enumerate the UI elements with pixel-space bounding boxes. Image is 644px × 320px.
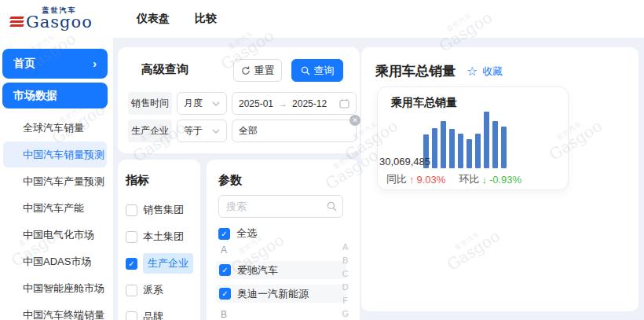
checkbox[interactable]: ✓ [126, 285, 137, 296]
letter-header: A [221, 245, 346, 256]
tab-compare[interactable]: 比较 [195, 12, 217, 26]
bar [432, 128, 437, 168]
sidebar-item-label: 中国ADAS市场 [23, 255, 91, 269]
indicators-title: 指标 [126, 173, 149, 188]
rail-letter[interactable]: C [342, 270, 349, 278]
search-icon [301, 66, 310, 75]
date-start-value: 2025-01 [239, 98, 273, 109]
sidebar-item[interactable]: 中国ADAS市场 [3, 248, 107, 274]
report-title: 乘用车总销量 [375, 62, 456, 80]
checkbox[interactable]: ✓ [126, 231, 137, 243]
reset-button[interactable]: 重置 [233, 59, 282, 82]
chart-card[interactable]: 乘用车总销量 30,069,485 同比 ↑ 9.03% 环比 ↓ -0.93% [377, 86, 569, 190]
favorite-link[interactable]: 收藏 [482, 64, 503, 79]
rail-letter[interactable]: D [342, 283, 349, 292]
rail-letter[interactable]: G [342, 310, 349, 318]
sidebar-item[interactable]: 中国汽车产能 [3, 195, 107, 221]
tab-dashboard[interactable]: 仪表盘 [137, 12, 170, 26]
indicator-row[interactable]: ✓销售集团 [126, 200, 199, 219]
sidebar-item-label: 中国汽车终端销量 [23, 308, 104, 320]
rail-letter[interactable]: F [342, 296, 348, 305]
sidebar-item-label: 中国汽车产量预测 [23, 175, 104, 189]
bar [441, 121, 446, 168]
checkbox[interactable]: ✓ [219, 288, 231, 300]
chevron-right-icon: › [93, 57, 97, 70]
bar [449, 129, 455, 168]
parameters-panel: 参数 ✓ 全选 A✓爱驰汽车✓奥迪一汽新能源B ABCDFG [207, 160, 360, 320]
parameter-row[interactable]: ✓爱驰汽车 [216, 261, 346, 279]
search-input[interactable] [218, 195, 343, 218]
topbar-tabs: 仪表盘 比较 [137, 0, 217, 38]
date-end-value: 2025-12 [292, 98, 327, 109]
sidebar-item[interactable]: 中国汽车终端销量 [3, 302, 107, 320]
bar [458, 134, 463, 168]
query-row-manufacturer: 生产企业 等于 全部 ✕ [128, 120, 357, 142]
manufacturer-value-input[interactable]: 全部 ✕ [232, 120, 357, 142]
advanced-query-title: 高级查询 [141, 62, 188, 77]
sidebar-item[interactable]: 中国汽车销量预测 [3, 142, 107, 167]
indicator-label: 本土集团 [143, 230, 184, 244]
chevron-down-icon [212, 101, 220, 106]
chevron-down-icon [212, 129, 220, 134]
star-icon[interactable]: ☆ [467, 64, 478, 79]
indicators-list: ✓销售集团✓本土集团✓生产企业✓派系✓品牌 [126, 200, 199, 320]
market-data-button[interactable]: 市场数据 [2, 83, 108, 109]
logo-stripes-icon [10, 17, 24, 27]
home-label: 首页 [13, 57, 35, 71]
letter-header: B [221, 309, 346, 320]
arrow-down-icon: ↓ [481, 174, 487, 186]
indicator-label: 派系 [143, 283, 163, 297]
sidebar-item-label: 中国智能座舱市场 [23, 281, 104, 296]
advanced-query-panel: 高级查询 重置 查询 销售时间 月度 2025-01 → 2025-12 [118, 47, 360, 153]
mom-value: -0.93% [489, 174, 521, 186]
bar [484, 112, 489, 168]
checkbox[interactable]: ✓ [126, 311, 137, 320]
bar [492, 121, 498, 168]
trend-row: 同比 ↑ 9.03% 环比 ↓ -0.93% [386, 172, 521, 186]
checkbox[interactable]: ✓ [126, 258, 137, 270]
report-panel: 乘用车总销量 ☆ 收藏 乘用车总销量 30,069,485 同比 ↑ 9.03%… [361, 47, 639, 311]
yoy-value: 9.03% [417, 174, 446, 186]
chart-title: 乘用车总销量 [391, 96, 457, 110]
bar [467, 139, 472, 168]
search-icon [327, 201, 337, 211]
checkbox[interactable]: ✓ [126, 204, 137, 216]
sidebar-item[interactable]: 中国电气化市场 [3, 222, 107, 248]
home-button[interactable]: 首页 › [2, 49, 108, 79]
parameter-search [218, 195, 343, 218]
indicators-panel: 指标 ✓销售集团✓本土集团✓生产企业✓派系✓品牌 [118, 160, 200, 320]
parameter-label: 奥迪一汽新能源 [237, 287, 309, 301]
query-button[interactable]: 查询 [291, 59, 343, 82]
parameters-title: 参数 [218, 173, 242, 188]
period-select-value: 月度 [184, 97, 203, 110]
parameters-list: A✓爱驰汽车✓奥迪一汽新能源B [216, 238, 346, 320]
indicator-row[interactable]: ✓本土集团 [126, 227, 199, 246]
checkbox[interactable]: ✓ [219, 264, 231, 276]
logo-en-text: Gasgoo [26, 14, 93, 31]
date-range-input[interactable]: 2025-01 → 2025-12 [232, 92, 357, 115]
sidebar-nav: 全球汽车销量中国汽车销量预测中国汽车产量预测中国汽车产能中国电气化市场中国ADA… [0, 115, 110, 320]
sidebar-item-label: 全球汽车销量 [23, 121, 84, 135]
calendar-icon [339, 98, 349, 109]
sidebar: 盖世汽车 Gasgoo 首页 › 市场数据 全球汽车销量中国汽车销量预测中国汽车… [0, 0, 113, 320]
indicator-row[interactable]: ✓品牌 [126, 307, 199, 320]
sidebar-item[interactable]: 中国汽车产量预测 [3, 168, 107, 194]
rail-letter[interactable]: B [342, 256, 348, 265]
indicator-row[interactable]: ✓派系 [126, 281, 199, 300]
app-root: 仪表盘 比较 盖世汽车 Gasgoo 首页 › 市场数据 全球汽车销量中国汽车销… [0, 0, 644, 320]
operator-select[interactable]: 等于 [177, 120, 227, 142]
parameter-row[interactable]: ✓奥迪一汽新能源 [216, 285, 346, 303]
sidebar-item-label: 中国汽车销量预测 [23, 148, 104, 162]
query-rows: 销售时间 月度 2025-01 → 2025-12 生产企业 等于 [128, 92, 357, 147]
rail-letter[interactable]: A [342, 243, 348, 252]
sidebar-item[interactable]: 中国智能座舱市场 [3, 275, 107, 301]
query-row-sales-time: 销售时间 月度 2025-01 → 2025-12 [128, 92, 357, 115]
refresh-icon [241, 66, 251, 75]
arrow-up-icon: ↑ [409, 174, 415, 186]
indicator-row[interactable]: ✓生产企业 [126, 254, 199, 273]
period-select[interactable]: 月度 [177, 92, 227, 115]
sidebar-item[interactable]: 全球汽车销量 [3, 115, 107, 141]
clear-icon[interactable]: ✕ [349, 115, 360, 126]
mom-label: 环比 [459, 172, 479, 186]
reset-label: 重置 [254, 64, 275, 78]
